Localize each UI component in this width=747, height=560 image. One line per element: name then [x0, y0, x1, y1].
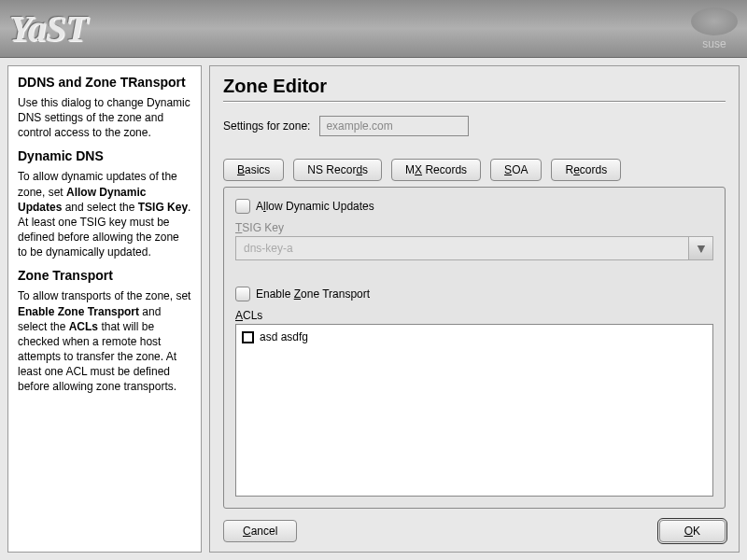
settings-row: Settings for zone:	[223, 116, 726, 136]
tab-mx-records[interactable]: MX Records	[391, 159, 481, 181]
help-text-1: Use this dialog to change Dynamic DNS se…	[18, 95, 191, 141]
yast-logo: YaST	[9, 7, 87, 50]
tab-bar: Basics NS Records MX Records SOA Records	[223, 159, 726, 181]
acl-item[interactable]: asd asdfg	[240, 329, 709, 345]
suse-logo: suse	[691, 7, 738, 50]
acls-listbox[interactable]: asd asdfg	[235, 324, 713, 497]
tsig-key-dropdown-icon: ⯆	[689, 236, 713, 260]
tab-ns-records[interactable]: NS Records	[293, 159, 382, 181]
basics-panel: Allow Dynamic Updates TSIG Key ⯆ Enable …	[223, 187, 726, 509]
main-layout: DDNS and Zone TRansport Use this dialog …	[0, 58, 747, 560]
ok-button[interactable]: OK	[659, 520, 726, 542]
zone-name-input	[319, 116, 469, 136]
suse-icon	[691, 7, 738, 35]
tab-records[interactable]: Records	[551, 159, 621, 181]
help-text-2: To allow dynamic updates of the zone, se…	[18, 169, 191, 259]
acl-item-checkbox[interactable]	[242, 331, 254, 343]
help-sidebar: DDNS and Zone TRansport Use this dialog …	[7, 65, 202, 553]
tsig-key-combo: ⯆	[235, 236, 713, 260]
allow-dynamic-checkbox[interactable]	[235, 199, 250, 214]
settings-label: Settings for zone:	[223, 119, 310, 133]
acl-item-label: asd asdfg	[260, 330, 308, 343]
dialog-buttons: Cancel OK	[223, 520, 726, 542]
enable-transport-checkbox[interactable]	[235, 287, 250, 301]
tab-soa[interactable]: SOA	[490, 159, 542, 181]
page-title: Zone Editor	[223, 76, 726, 97]
help-heading-2: Dynamic DNS	[18, 147, 191, 165]
tsig-key-input	[235, 236, 689, 260]
cancel-button[interactable]: Cancel	[223, 520, 297, 542]
enable-transport-row: Enable Zone Transport	[235, 287, 713, 301]
help-heading-3: Zone Transport	[18, 267, 191, 285]
acls-label: ACLs	[235, 309, 713, 322]
allow-dynamic-label: Allow Dynamic Updates	[256, 200, 374, 213]
content-panel: Zone Editor Settings for zone: Basics NS…	[209, 65, 740, 553]
enable-transport-label: Enable Zone Transport	[256, 287, 370, 301]
allow-dynamic-row: Allow Dynamic Updates	[235, 199, 713, 214]
app-header: YaST suse	[0, 0, 747, 58]
tab-basics[interactable]: Basics	[223, 159, 284, 181]
tsig-key-label: TSIG Key	[235, 221, 713, 234]
help-text-3: To allow transports of the zone, set Ena…	[18, 288, 191, 394]
title-separator	[223, 101, 726, 103]
help-heading-1: DDNS and Zone TRansport	[18, 74, 191, 91]
